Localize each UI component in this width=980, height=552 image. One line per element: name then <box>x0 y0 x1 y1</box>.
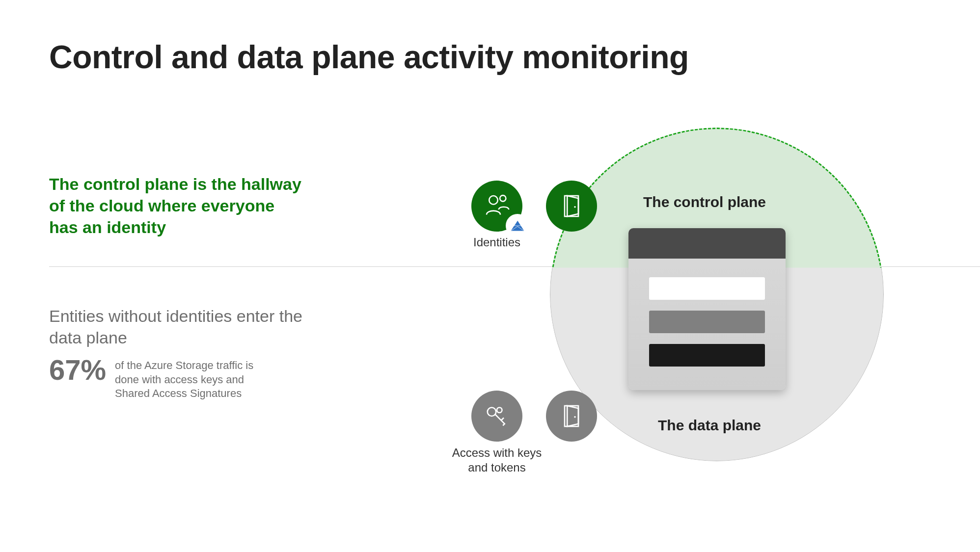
device-row-2 <box>649 311 765 333</box>
data-plane-statistic: 67% of the Azure Storage traffic is done… <box>49 356 304 401</box>
control-plane-label: The control plane <box>643 194 766 210</box>
plane-diagram: The control plane The data plane <box>471 137 913 491</box>
svg-point-1 <box>500 195 506 201</box>
keys-caption: Access with keys and tokens <box>448 446 546 475</box>
svg-point-8 <box>574 416 576 418</box>
stat-caption: of the Azure Storage traffic is done wit… <box>115 356 267 401</box>
stat-percentage: 67% <box>49 356 106 384</box>
azure-ad-badge-icon <box>507 215 528 237</box>
device-row-1 <box>649 277 765 300</box>
svg-point-0 <box>489 196 498 205</box>
slide: Control and data plane activity monitori… <box>0 0 980 552</box>
identities-caption: Identities <box>448 236 546 249</box>
device-row-3 <box>649 344 765 367</box>
door-icon <box>546 181 597 232</box>
data-plane-description: Entities without identities enter the da… <box>49 305 304 348</box>
door-icon <box>546 391 597 442</box>
data-plane-label: The data plane <box>658 417 761 434</box>
device-header <box>628 228 786 259</box>
key-icon <box>471 391 522 442</box>
resource-device <box>628 228 786 390</box>
page-title: Control and data plane activity monitori… <box>49 38 689 76</box>
svg-point-6 <box>497 408 502 413</box>
svg-point-4 <box>574 206 576 208</box>
control-plane-description: The control plane is the hallway of the … <box>49 173 304 238</box>
